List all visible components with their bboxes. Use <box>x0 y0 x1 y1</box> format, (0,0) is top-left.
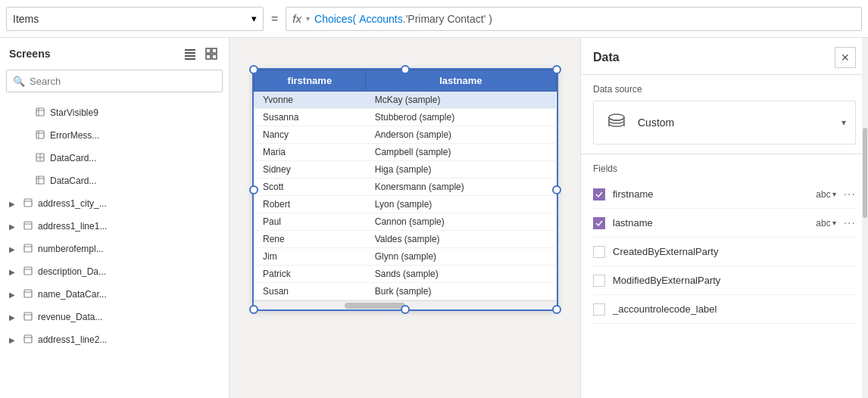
sidebar-tree-item-1[interactable]: ErrorMess... <box>0 124 229 147</box>
formula-text: Choices( Accounts.'Primary Contact' ) <box>314 13 492 25</box>
cell-lastname: Valdes (sample) <box>366 231 556 248</box>
field-type-1[interactable]: abc▾ <box>816 218 835 229</box>
handle-bl[interactable] <box>249 305 258 314</box>
svg-rect-1 <box>185 52 195 54</box>
datasource-section: Data source Custom ▾ <box>581 75 868 154</box>
datasource-item[interactable]: Custom ▾ <box>593 101 856 145</box>
cell-firstname: Maria <box>254 144 366 161</box>
chevron-down-icon: ▾ <box>832 190 836 198</box>
right-panel: Data ✕ Data source Custom ▾ <box>580 38 868 398</box>
sidebar-icons <box>182 45 220 62</box>
fields-section: Fields firstnameabc▾···lastnameabc▾···Cr… <box>581 154 868 398</box>
search-input[interactable] <box>30 76 216 87</box>
cell-firstname: Yvonne <box>254 92 366 109</box>
items-select-text: Items <box>13 13 39 25</box>
grid-view-icon[interactable] <box>203 45 220 62</box>
field-item-1: lastnameabc▾··· <box>593 209 856 238</box>
chevron-icon: ▶ <box>9 313 18 322</box>
item-icon <box>35 175 45 188</box>
field-more-1[interactable]: ··· <box>844 216 856 230</box>
cell-lastname: Anderson (sample) <box>366 126 556 144</box>
items-select[interactable]: Items ▾ <box>6 7 264 31</box>
handle-tr[interactable] <box>552 65 561 74</box>
table-row[interactable]: SusanBurk (sample) <box>254 283 556 300</box>
cell-lastname: Burk (sample) <box>366 283 556 300</box>
item-label: ErrorMess... <box>50 130 99 141</box>
field-checkbox-2[interactable] <box>593 246 605 258</box>
item-label: DataCard... <box>50 153 96 163</box>
sidebar-tree-item-4[interactable]: ▶address1_city_... <box>0 192 229 215</box>
cell-firstname: Nancy <box>254 126 366 144</box>
sidebar-tree-item-8[interactable]: ▶name_DataCar... <box>0 283 229 306</box>
field-more-0[interactable]: ··· <box>844 188 856 201</box>
field-item-4: _accountrolecode_label <box>593 295 856 324</box>
item-icon <box>23 243 33 256</box>
right-panel-header: Data ✕ <box>581 38 868 75</box>
field-checkbox-3[interactable] <box>593 275 605 287</box>
table-row[interactable]: SusannaStubberod (sample) <box>254 109 556 126</box>
svg-rect-22 <box>24 222 32 229</box>
table-row[interactable]: MariaCampbell (sample) <box>254 144 556 161</box>
table-row[interactable]: YvonneMcKay (sample) <box>254 92 556 109</box>
handle-ml[interactable] <box>249 185 258 194</box>
table-row[interactable]: PatrickSands (sample) <box>254 266 556 283</box>
cell-lastname: Stubberod (sample) <box>366 109 556 126</box>
sidebar-tree-item-3[interactable]: DataCard... <box>0 169 229 192</box>
cell-lastname: Campbell (sample) <box>366 144 556 161</box>
chevron-icon: ▶ <box>9 268 18 276</box>
handle-bm[interactable] <box>401 305 410 314</box>
cell-lastname: Glynn (sample) <box>366 248 556 266</box>
table-row[interactable]: ReneValdes (sample) <box>254 231 556 248</box>
table-row[interactable]: RobertLyon (sample) <box>254 196 556 213</box>
sidebar-header: Screens <box>0 38 229 67</box>
sidebar-tree-item-6[interactable]: ▶numberofempl... <box>0 238 229 260</box>
handle-tm[interactable] <box>401 65 410 74</box>
handle-mr[interactable] <box>552 185 561 194</box>
chevron-down-icon: ▾ <box>306 14 310 23</box>
close-button[interactable]: ✕ <box>835 47 856 68</box>
sidebar-tree-item-9[interactable]: ▶revenue_Data... <box>0 306 229 328</box>
handle-br[interactable] <box>552 305 561 314</box>
sidebar-tree-item-7[interactable]: ▶description_Da... <box>0 260 229 283</box>
right-scrollbar[interactable] <box>862 38 868 398</box>
svg-rect-24 <box>24 244 32 252</box>
table-row[interactable]: JimGlynn (sample) <box>254 248 556 266</box>
table-row[interactable]: NancyAnderson (sample) <box>254 126 556 144</box>
field-checkbox-0[interactable] <box>593 188 605 201</box>
chevron-down-icon: ▾ <box>832 219 836 227</box>
cell-firstname: Scott <box>254 179 366 196</box>
table-row[interactable]: ScottKonersmann (sample) <box>254 179 556 196</box>
field-name-4: _accountrolecode_label <box>613 303 856 315</box>
field-item-0: firstnameabc▾··· <box>593 180 856 209</box>
cell-lastname: Cannon (sample) <box>366 213 556 231</box>
main-area: Screens 🔍 StarVisible9ErrorMess...DataCa… <box>0 38 868 398</box>
item-icon <box>35 129 45 142</box>
sidebar-tree-item-10[interactable]: ▶address1_line2... <box>0 328 229 351</box>
datasource-name: Custom <box>638 117 834 129</box>
item-label: name_DataCar... <box>38 289 107 300</box>
canvas: firstnamelastname YvonneMcKay (sample)Su… <box>229 38 580 398</box>
field-type-0[interactable]: abc▾ <box>816 189 835 200</box>
svg-rect-8 <box>36 108 44 116</box>
table-col-firstname: firstname <box>254 70 366 92</box>
field-checkbox-4[interactable] <box>593 303 605 316</box>
sidebar-tree-item-0[interactable]: StarVisible9 <box>0 101 229 124</box>
item-label: DataCard... <box>50 176 96 186</box>
sidebar-tree-item-5[interactable]: ▶address1_line1... <box>0 215 229 238</box>
field-checkbox-1[interactable] <box>593 217 605 229</box>
item-icon <box>23 266 33 278</box>
table-row[interactable]: SidneyHiga (sample) <box>254 161 556 179</box>
handle-tl[interactable] <box>249 65 258 74</box>
table-row[interactable]: PaulCannon (sample) <box>254 213 556 231</box>
data-table-wrapper[interactable]: firstnamelastname YvonneMcKay (sample)Su… <box>252 68 558 311</box>
formula-bar[interactable]: fx ▾ Choices( Accounts.'Primary Contact'… <box>286 7 862 31</box>
database-icon <box>603 109 630 136</box>
table-scrollbar-thumb <box>345 303 405 309</box>
cell-firstname: Patrick <box>254 266 366 283</box>
list-view-icon[interactable] <box>182 45 198 62</box>
field-item-3: ModifiedByExternalParty <box>593 266 856 295</box>
item-icon <box>23 220 33 233</box>
sidebar-tree-item-2[interactable]: DataCard... <box>0 147 229 169</box>
item-label: address1_line1... <box>38 221 107 232</box>
chevron-icon: ▶ <box>9 336 18 344</box>
